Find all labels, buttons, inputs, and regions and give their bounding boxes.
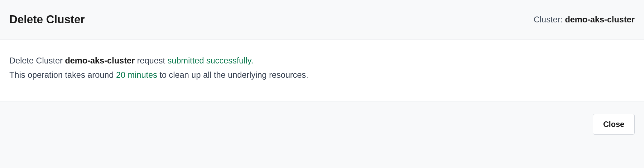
cluster-info: Cluster: demo-aks-cluster bbox=[534, 15, 635, 25]
dialog-header: Delete Cluster Cluster: demo-aks-cluster bbox=[0, 0, 644, 40]
message-success-status: submitted successfully. bbox=[167, 56, 253, 65]
status-message-line-1: Delete Cluster demo-aks-cluster request … bbox=[9, 54, 635, 68]
message-mid: request bbox=[135, 56, 167, 65]
cluster-name: demo-aks-cluster bbox=[565, 15, 635, 24]
cluster-label: Cluster: bbox=[534, 15, 565, 24]
message-line2-suffix: to clean up all the underlying resources… bbox=[157, 70, 308, 80]
message-duration: 20 minutes bbox=[116, 70, 157, 80]
close-button[interactable]: Close bbox=[593, 114, 635, 135]
message-prefix: Delete Cluster bbox=[9, 56, 65, 65]
status-message-line-2: This operation takes around 20 minutes t… bbox=[9, 68, 635, 82]
dialog-footer: Close bbox=[0, 101, 644, 147]
dialog-title: Delete Cluster bbox=[9, 13, 85, 26]
dialog-content: Delete Cluster demo-aks-cluster request … bbox=[0, 40, 644, 101]
message-cluster-name: demo-aks-cluster bbox=[65, 56, 135, 65]
message-line2-prefix: This operation takes around bbox=[9, 70, 116, 80]
